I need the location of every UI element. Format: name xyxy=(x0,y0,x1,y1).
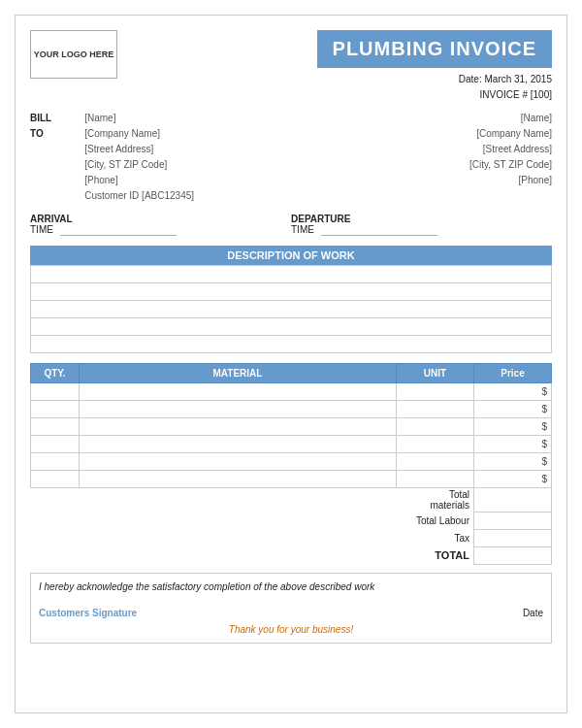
bill-city: [City, ST ZIP Code] xyxy=(84,157,194,173)
material-name xyxy=(80,401,397,418)
material-price: $ xyxy=(474,453,552,471)
tax-row: Tax xyxy=(31,529,552,546)
work-row xyxy=(31,283,552,301)
work-cell xyxy=(31,318,552,336)
material-unit xyxy=(397,453,474,471)
material-unit xyxy=(397,436,474,453)
total-labour-value xyxy=(474,512,552,529)
material-name xyxy=(80,418,397,436)
material-row: $ xyxy=(31,453,552,471)
material-name xyxy=(80,436,397,453)
date-value: March 31, 2015 xyxy=(485,74,553,84)
work-cell xyxy=(31,336,552,353)
material-qty xyxy=(31,401,80,418)
arrival-departure: ARRIVAL TIME DEPARTURE TIME xyxy=(30,214,552,236)
work-cell xyxy=(31,283,552,301)
material-price: $ xyxy=(474,471,552,488)
materials-table: QTY. MATERIAL UNIT Price $ $ $ xyxy=(30,363,552,565)
material-unit xyxy=(397,418,474,436)
work-row xyxy=(31,301,552,318)
work-row xyxy=(31,318,552,336)
work-section-header: DESCRIPTION OF WORK xyxy=(30,246,552,265)
work-row xyxy=(31,266,552,283)
work-cell xyxy=(31,301,552,318)
departure-block: DEPARTURE TIME xyxy=(291,214,552,236)
material-price: $ xyxy=(474,436,552,453)
bill-to: BILLTO [Name] [Company Name] [Street Add… xyxy=(30,111,291,204)
col-unit: UNIT xyxy=(397,364,474,383)
total-materials-value xyxy=(474,488,552,513)
arrival-time-label: TIME xyxy=(30,224,53,235)
total-value xyxy=(474,546,552,564)
material-row: $ xyxy=(31,418,552,436)
col-material: MATERIAL xyxy=(80,364,397,383)
material-unit xyxy=(397,383,474,401)
total-label: TOTAL xyxy=(31,546,474,564)
work-description-table xyxy=(30,265,552,353)
material-name xyxy=(80,453,397,471)
customer-sig-label: Customers Signature xyxy=(39,608,137,618)
total-labour-row: Total Labour xyxy=(31,512,552,529)
bill-company: [Company Name] xyxy=(84,126,194,142)
material-qty xyxy=(31,436,80,453)
materials-header-row: QTY. MATERIAL UNIT Price xyxy=(31,364,552,383)
ship-city: [City, ST ZIP Code] xyxy=(291,157,552,173)
signature-section: I hereby acknowledge the satisfactory co… xyxy=(30,573,552,644)
material-qty xyxy=(31,383,80,401)
ship-street: [Street Address] xyxy=(291,142,552,157)
bill-phone: [Phone] xyxy=(84,173,194,188)
invoice-title: PLUMBING INVOICE xyxy=(317,30,552,68)
invoice-number-label: INVOICE # xyxy=(480,89,528,100)
invoice-title-area: PLUMBING INVOICE Date: March 31, 2015 IN… xyxy=(117,30,552,103)
tax-value xyxy=(474,529,552,546)
date-label: Date: xyxy=(459,74,482,84)
bill-to-label: BILLTO xyxy=(30,111,51,204)
material-price: $ xyxy=(474,383,552,401)
material-price: $ xyxy=(474,401,552,418)
bill-street: [Street Address] xyxy=(84,142,194,157)
bill-name: [Name] xyxy=(84,111,194,126)
material-name xyxy=(80,383,397,401)
material-unit xyxy=(397,401,474,418)
material-row: $ xyxy=(31,383,552,401)
logo: YOUR LOGO HERE xyxy=(30,30,117,79)
material-qty xyxy=(31,418,80,436)
total-materials-row: Totalmaterials xyxy=(31,488,552,513)
ship-phone: [Phone] xyxy=(291,173,552,188)
arrival-block: ARRIVAL TIME xyxy=(30,214,291,236)
ship-to: [Name] [Company Name] [Street Address] [… xyxy=(291,111,552,204)
material-unit xyxy=(397,471,474,488)
departure-time-label: TIME xyxy=(291,224,314,235)
material-row: $ xyxy=(31,401,552,418)
material-name xyxy=(80,471,397,488)
tax-label: Tax xyxy=(31,529,474,546)
total-labour-label: Total Labour xyxy=(31,512,474,529)
work-cell xyxy=(31,266,552,283)
invoice-number: [100] xyxy=(531,89,552,100)
total-materials-label: Totalmaterials xyxy=(31,488,474,513)
col-price: Price xyxy=(474,364,552,383)
thank-you-text: Thank you for your business! xyxy=(39,624,543,635)
material-row: $ xyxy=(31,436,552,453)
work-row xyxy=(31,336,552,353)
ship-name: [Name] xyxy=(291,111,552,126)
bill-address: [Name] [Company Name] [Street Address] [… xyxy=(84,111,194,204)
departure-label: DEPARTURE xyxy=(291,214,350,224)
material-qty xyxy=(31,453,80,471)
bill-customer-id: Customer ID [ABC12345] xyxy=(84,188,194,204)
col-qty: QTY. xyxy=(31,364,80,383)
date-field-label: Date xyxy=(523,608,543,618)
ship-company: [Company Name] xyxy=(291,126,552,142)
material-qty xyxy=(31,471,80,488)
sig-date-row: Customers Signature Date xyxy=(39,608,543,618)
material-row: $ xyxy=(31,471,552,488)
invoice-meta: Date: March 31, 2015 INVOICE # [100] xyxy=(117,72,552,103)
billing-section: BILLTO [Name] [Company Name] [Street Add… xyxy=(30,111,552,204)
total-row: TOTAL xyxy=(31,546,552,564)
acknowledge-text: I hereby acknowledge the satisfactory co… xyxy=(39,581,543,592)
arrival-label: ARRIVAL xyxy=(30,214,73,224)
material-price: $ xyxy=(474,418,552,436)
